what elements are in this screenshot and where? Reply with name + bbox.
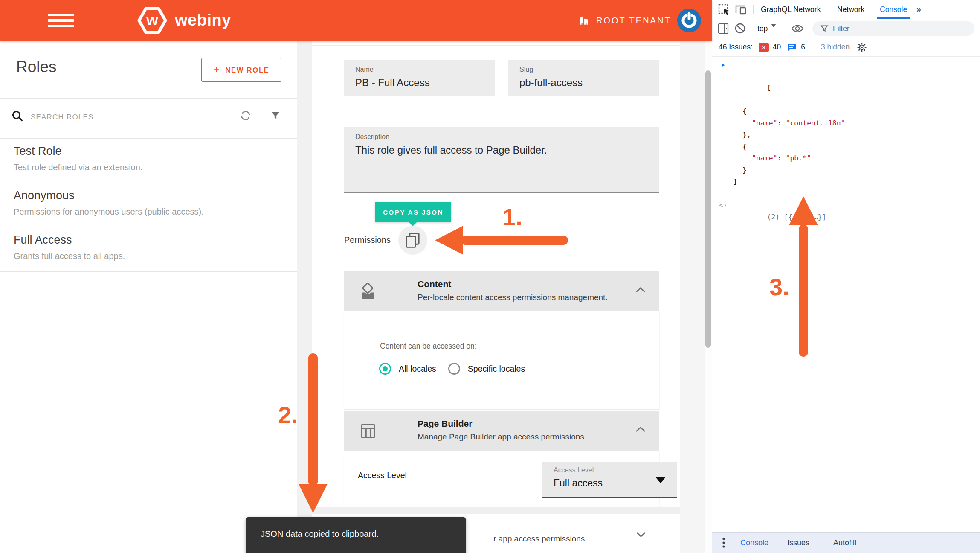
- slug-field-value: pb-full-access: [519, 77, 583, 89]
- tenant-selector[interactable]: ROOT TENANT: [578, 13, 671, 28]
- content-access-label: Content can be accessed on:: [380, 342, 477, 351]
- console-result-line: <· (2) [{…}, {…}]: [712, 188, 980, 235]
- caret-down-icon: [656, 477, 665, 488]
- devtools-tab-bar: GraphQL Network Network Console »: [712, 0, 980, 19]
- role-description: Grants full access to all apps.: [14, 251, 125, 261]
- console-toolbar: top Filter: [712, 19, 980, 38]
- slug-field[interactable]: Slug pb-full-access: [508, 60, 659, 96]
- issues-bar: 46 Issues: × 40 6 3 hidden: [712, 38, 980, 57]
- search-icon: [11, 110, 24, 122]
- name-field[interactable]: Name PB - Full Access: [344, 60, 495, 96]
- slug-field-label: Slug: [519, 66, 533, 73]
- console-line: "name": "pb.*": [712, 152, 980, 164]
- description-field-value: This role gives full access to Page Buil…: [355, 144, 547, 156]
- issues-summary: 46 Issues:: [719, 43, 753, 52]
- drawer-tab-autofill[interactable]: Autofill: [833, 538, 856, 547]
- issues-settings-gear-icon[interactable]: [856, 42, 867, 53]
- section-title: Content: [418, 279, 451, 289]
- annotation-step-2: 2.: [277, 353, 328, 515]
- access-level-dropdown[interactable]: Access Level Full access: [542, 462, 677, 498]
- locale-radio-group: All locales Specific locales: [379, 361, 537, 376]
- tab-network[interactable]: Network: [837, 0, 864, 19]
- roles-sidebar: Roles + NEW ROLE SEARCH ROLES Test Role: [0, 41, 297, 553]
- annotation-3-label: 3.: [769, 273, 789, 301]
- chevron-down-icon[interactable]: [635, 530, 647, 538]
- section-title: Page Builder: [418, 419, 472, 429]
- chevron-up-icon[interactable]: [635, 286, 647, 294]
- devtools-drawer: Console Issues Autofill: [712, 532, 980, 553]
- app-header: W webiny ROOT TENANT: [0, 0, 712, 41]
- list-item-full-access[interactable]: Full Access Grants full access to all ap…: [0, 227, 297, 271]
- drawer-tab-issues[interactable]: Issues: [787, 538, 809, 547]
- annotation-step-3: 3.: [763, 196, 819, 358]
- annotation-step-1: 1.: [435, 201, 571, 256]
- scrollbar-thumb[interactable]: [705, 70, 711, 348]
- section-subtitle-fragment: r app access permissions.: [493, 534, 587, 544]
- console-line: {: [712, 105, 980, 117]
- inspect-element-icon[interactable]: [718, 4, 730, 16]
- divider: [0, 271, 297, 272]
- list-item-test-role[interactable]: Test Role Test role defined via an exten…: [0, 139, 297, 183]
- description-field[interactable]: Description This role gives full access …: [344, 127, 659, 193]
- permissions-label: Permissions: [344, 235, 391, 245]
- device-toolbar-icon[interactable]: [734, 4, 747, 16]
- filter-icon[interactable]: [270, 110, 281, 122]
- dock-side-icon[interactable]: [718, 23, 729, 34]
- radio-specific-locales[interactable]: [448, 363, 460, 375]
- devtools-panel: GraphQL Network Network Console » top: [712, 0, 980, 553]
- refresh-icon[interactable]: [239, 109, 252, 122]
- copy-permissions-button[interactable]: [398, 226, 427, 255]
- section-page-builder-header[interactable]: Page Builder Manage Page Builder app acc…: [344, 411, 659, 451]
- section-content-body: Content can be accessed on: All locales …: [344, 311, 659, 409]
- message-badge-icon[interactable]: [787, 43, 797, 52]
- role-name: Test Role: [14, 145, 62, 158]
- section-subtitle: Manage Page Builder app access permissio…: [418, 432, 586, 442]
- console-filter-input[interactable]: Filter: [812, 21, 974, 36]
- more-tabs-icon[interactable]: »: [916, 4, 920, 14]
- page-scrollbar[interactable]: [705, 41, 712, 553]
- tab-graphql-network[interactable]: GraphQL Network: [761, 0, 821, 19]
- tab-console[interactable]: Console: [880, 0, 907, 19]
- search-roles-bar[interactable]: SEARCH ROLES: [0, 99, 297, 138]
- menu-icon[interactable]: [48, 14, 74, 27]
- page-builder-icon: [360, 422, 376, 439]
- role-description: Permissions for anonymous users (public …: [14, 207, 204, 217]
- new-role-button[interactable]: + NEW ROLE: [201, 58, 281, 82]
- error-count-badge[interactable]: ×: [759, 43, 769, 52]
- console-line: "name": "content.i18n": [712, 117, 980, 129]
- user-avatar[interactable]: [677, 9, 701, 32]
- section-content-header[interactable]: Content Per-locale content access permis…: [344, 271, 659, 311]
- drawer-tab-console[interactable]: Console: [740, 538, 768, 547]
- divider: [312, 507, 680, 514]
- chevron-up-icon[interactable]: [635, 425, 647, 434]
- webiny-logo-icon: W: [137, 7, 167, 34]
- hidden-issues: 3 hidden: [821, 43, 850, 52]
- role-form-card: Name PB - Full Access Slug pb-full-acces…: [312, 41, 680, 553]
- context-selector[interactable]: top: [757, 24, 776, 33]
- search-input[interactable]: SEARCH ROLES: [31, 113, 94, 122]
- radio-specific-locales-label[interactable]: Specific locales: [468, 364, 525, 374]
- filter-placeholder: Filter: [833, 24, 850, 33]
- console-line: ▶ [: [712, 58, 980, 105]
- role-description: Test role defined via an extension.: [14, 163, 142, 172]
- page-background: [680, 41, 705, 553]
- annotation-1-label: 1.: [502, 203, 522, 231]
- section-subtitle: Per-locale content access permissions ma…: [418, 293, 608, 302]
- console-line: }: [712, 164, 980, 176]
- eye-icon[interactable]: [791, 23, 804, 34]
- brand-wordmark: webiny: [175, 11, 231, 29]
- list-item-anonymous[interactable]: Anonymous Permissions for anonymous user…: [0, 183, 297, 227]
- screen: Roles + NEW ROLE SEARCH ROLES Test Role: [0, 0, 980, 553]
- snackbar: JSON data copied to clipboard.: [246, 517, 466, 553]
- kebab-menu-icon[interactable]: [722, 537, 725, 548]
- error-count: 40: [773, 43, 781, 52]
- active-tab-underline: [877, 17, 910, 19]
- clear-console-icon[interactable]: [734, 23, 746, 34]
- svg-text:W: W: [146, 14, 159, 28]
- radio-all-locales-label[interactable]: All locales: [399, 364, 436, 374]
- radio-all-locales[interactable]: [379, 363, 391, 375]
- return-arrow-icon: <·: [719, 199, 728, 211]
- annotation-2-label: 2.: [278, 401, 298, 429]
- expand-caret-icon[interactable]: ▶: [722, 59, 725, 71]
- new-role-label: NEW ROLE: [225, 66, 269, 74]
